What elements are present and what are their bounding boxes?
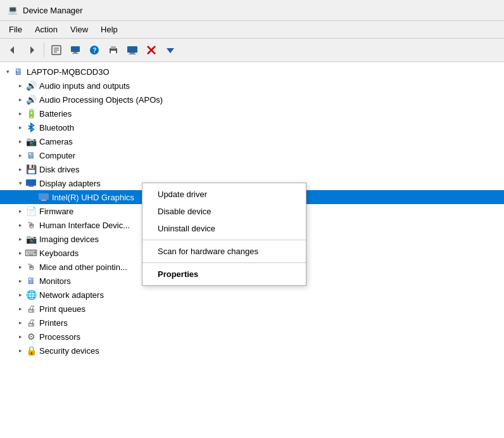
firmware-label: Firmware — [39, 207, 73, 216]
printers-icon: 🖨 — [25, 317, 37, 328]
toolbar-sep-1 — [44, 42, 44, 58]
tree-item-disk-drives[interactable]: 💾 Disk drives — [0, 162, 504, 176]
batteries-label: Batteries — [39, 109, 72, 119]
hid-label: Human Interface Devic... — [39, 221, 130, 230]
forward-button[interactable] — [23, 41, 41, 59]
network-icon: 🌐 — [25, 289, 37, 300]
monitor-icon — [70, 44, 81, 56]
tree-item-printers[interactable]: 🖨 Printers — [0, 316, 504, 330]
svg-marker-0 — [10, 46, 14, 54]
context-menu-sep-2 — [142, 262, 306, 263]
expand-hid[interactable] — [15, 220, 25, 230]
expand-printers[interactable] — [15, 318, 25, 328]
svg-rect-21 — [28, 186, 34, 187]
audio-processing-label: Audio Processing Objects (APOs) — [39, 95, 163, 105]
expand-batteries[interactable] — [15, 108, 25, 119]
svg-rect-16 — [129, 54, 136, 55]
print-queues-icon: 🖨 — [25, 303, 37, 314]
computer-button[interactable] — [123, 41, 141, 59]
security-icon: 🔒 — [25, 345, 37, 356]
properties-icon — [51, 44, 62, 56]
context-menu-uninstall-device[interactable]: Uninstall device — [142, 220, 306, 237]
processors-icon: ⚙ — [25, 331, 37, 342]
expand-keyboards[interactable] — [15, 248, 25, 258]
back-button[interactable] — [4, 41, 22, 59]
help-button[interactable]: ? — [85, 41, 103, 59]
context-menu-scan-hardware[interactable]: Scan for hardware changes — [142, 243, 306, 260]
expand-display-adapters[interactable] — [15, 178, 25, 188]
tree-item-network[interactable]: 🌐 Network adapters — [0, 288, 504, 302]
tree-item-audio-processing[interactable]: 🔊 Audio Processing Objects (APOs) — [0, 93, 504, 106]
context-menu-update-driver[interactable]: Update driver — [142, 186, 306, 203]
context-menu-properties[interactable]: Properties — [142, 266, 306, 283]
expand-imaging[interactable] — [15, 234, 25, 244]
expand-root[interactable] — [3, 67, 13, 77]
svg-rect-14 — [127, 46, 137, 53]
expand-audio-inputs[interactable] — [15, 81, 25, 91]
expand-network[interactable] — [15, 290, 25, 300]
expand-print-queues[interactable] — [15, 304, 25, 314]
mice-label: Mice and other pointin... — [39, 262, 127, 272]
window-title: Device Manager — [23, 6, 83, 15]
main-content: 🖥 LAPTOP-MQBCDD3O 🔊 Audio inputs and out… — [0, 62, 504, 438]
tree-item-cameras[interactable]: 📷 Cameras — [0, 134, 504, 148]
back-icon — [7, 44, 18, 56]
forward-icon — [26, 44, 37, 56]
update-driver-button[interactable] — [66, 41, 84, 59]
scan-button[interactable] — [161, 41, 179, 59]
context-menu-disable-device[interactable]: Disable device — [142, 203, 306, 220]
toolbar: ? — [0, 39, 504, 62]
expand-computer[interactable] — [15, 150, 25, 160]
computer-label: Computer — [39, 151, 75, 160]
expand-bluetooth[interactable] — [15, 122, 25, 132]
menu-bar: File Action View Help — [0, 21, 504, 39]
processors-label: Processors — [39, 332, 80, 342]
svg-rect-23 — [41, 200, 46, 201]
menu-help[interactable]: Help — [96, 23, 123, 36]
expand-security[interactable] — [15, 345, 25, 356]
audio-inputs-icon: 🔊 — [25, 80, 37, 91]
expand-firmware[interactable] — [15, 206, 25, 216]
properties-button[interactable] — [47, 41, 65, 59]
imaging-icon: 📷 — [25, 233, 37, 245]
tree-item-security[interactable]: 🔒 Security devices — [0, 344, 504, 357]
bluetooth-label: Bluetooth — [39, 123, 74, 132]
expand-disk-drives[interactable] — [15, 164, 25, 174]
context-menu-sep-1 — [142, 240, 306, 240]
print-icon — [108, 44, 119, 56]
bluetooth-icon — [25, 122, 37, 133]
display-adapters-icon — [25, 177, 37, 189]
print-queues-label: Print queues — [39, 304, 85, 314]
menu-file[interactable]: File — [4, 23, 27, 36]
cameras-label: Cameras — [39, 137, 73, 146]
tree-root[interactable]: 🖥 LAPTOP-MQBCDD3O — [0, 65, 504, 79]
scan-icon — [165, 44, 176, 56]
security-label: Security devices — [39, 346, 99, 356]
expand-audio-processing[interactable] — [15, 94, 25, 105]
svg-rect-12 — [111, 46, 116, 49]
expand-processors[interactable] — [15, 332, 25, 342]
monitors-label: Monitors — [39, 276, 71, 286]
tree-item-bluetooth[interactable]: Bluetooth — [0, 120, 504, 134]
disk-drives-icon: 💾 — [25, 164, 37, 175]
expand-monitors[interactable] — [15, 276, 25, 286]
svg-rect-20 — [26, 179, 36, 186]
tree-item-computer[interactable]: 🖥 Computer — [0, 148, 504, 162]
expand-mice[interactable] — [15, 262, 25, 272]
intel-uhd-icon — [38, 191, 49, 203]
print-button[interactable] — [104, 41, 122, 59]
expand-cameras[interactable] — [15, 136, 25, 146]
intel-uhd-label: Intel(R) UHD Graphics — [52, 193, 134, 202]
tree-item-batteries[interactable]: 🔋 Batteries — [0, 106, 504, 120]
tree-item-print-queues[interactable]: 🖨 Print queues — [0, 302, 504, 316]
hid-icon: 🖱 — [25, 219, 37, 231]
menu-view[interactable]: View — [65, 23, 93, 36]
delete-button[interactable] — [142, 41, 160, 59]
tree-item-audio-inputs[interactable]: 🔊 Audio inputs and outputs — [0, 79, 504, 93]
app-icon: 💻 — [8, 5, 18, 15]
menu-action[interactable]: Action — [30, 23, 63, 36]
firmware-icon: 📄 — [25, 205, 37, 217]
tree-item-processors[interactable]: ⚙ Processors — [0, 330, 504, 344]
svg-marker-1 — [30, 46, 34, 54]
svg-rect-8 — [72, 53, 79, 54]
